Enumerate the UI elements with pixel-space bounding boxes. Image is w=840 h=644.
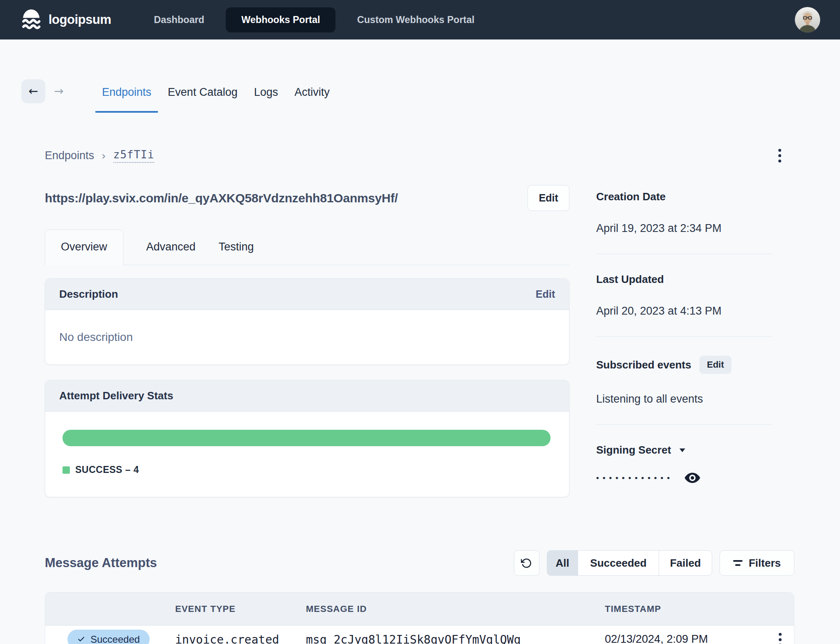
last-updated-section: Last Updated April 20, 2023 at 4:13 PM xyxy=(596,273,772,317)
status-badge: Succeeded xyxy=(67,630,150,644)
description-card-header: Description Edit xyxy=(45,279,569,310)
filters-button[interactable]: Filters xyxy=(720,550,794,576)
segment-succeeded[interactable]: Succeeded xyxy=(578,550,659,576)
tab-testing[interactable]: Testing xyxy=(219,230,254,265)
signing-secret-header: Signing Secret xyxy=(596,444,772,456)
kebab-icon xyxy=(778,149,781,152)
creation-date-value: April 19, 2023 at 2:34 PM xyxy=(596,222,772,235)
subscribed-events-header: Subscribed events Edit xyxy=(596,356,772,374)
filter-icon xyxy=(733,560,743,566)
refresh-icon xyxy=(521,558,532,569)
back-arrow-icon: ← xyxy=(28,84,38,98)
delivery-stats-body: SUCCESS – 4 xyxy=(45,412,569,497)
signing-secret-label: Signing Secret xyxy=(596,444,671,456)
description-title: Description xyxy=(59,288,118,301)
tab-activity[interactable]: Activity xyxy=(288,79,336,113)
sidebar-divider xyxy=(596,336,772,337)
row-options-button[interactable] xyxy=(777,631,783,644)
logo-text: logoipsum xyxy=(49,12,111,27)
endpoint-sidebar: Creation Date April 19, 2023 at 2:34 PM … xyxy=(596,190,772,484)
success-legend-swatch xyxy=(62,466,70,474)
tab-event-catalog[interactable]: Event Catalog xyxy=(161,79,244,113)
message-attempts-header: Message Attempts All Succeeded Failed Fi… xyxy=(45,550,794,576)
avatar[interactable] xyxy=(795,7,820,32)
detail-tabs: Overview Advanced Testing xyxy=(45,231,569,265)
message-attempts-title: Message Attempts xyxy=(45,556,157,570)
table-row[interactable]: Succeeded invoice.created msg_2cJyg8l12I… xyxy=(45,625,794,644)
sidebar-divider xyxy=(596,424,772,425)
message-attempts-controls: All Succeeded Failed Filters xyxy=(514,550,794,576)
delivery-stats-title: Attempt Delivery Stats xyxy=(59,389,173,402)
endpoint-options-button[interactable] xyxy=(777,147,783,164)
tab-logs[interactable]: Logs xyxy=(248,79,285,113)
subscribed-events-value: Listening to all events xyxy=(596,393,772,405)
subscribed-events-label: Subscribed events xyxy=(596,359,691,371)
portal-toolbar: ← → Endpoints Event Catalog Logs Activit… xyxy=(21,79,336,113)
brand[interactable]: logoipsum xyxy=(20,8,111,31)
nav-item-custom-webhooks-portal[interactable]: Custom Webhooks Portal xyxy=(357,14,474,25)
status-badge-label: Succeeded xyxy=(90,634,140,644)
check-icon xyxy=(77,635,85,643)
filters-label: Filters xyxy=(749,557,781,570)
description-body: No description xyxy=(45,310,569,364)
sidebar-divider xyxy=(596,254,772,254)
creation-date-section: Creation Date April 19, 2023 at 2:34 PM xyxy=(596,190,772,235)
endpoint-url-row: https://play.svix.com/in/e_qyAXKQ58rVdzn… xyxy=(45,185,569,211)
stats-legend: SUCCESS – 4 xyxy=(62,464,551,475)
attempts-table: EVENT TYPE MESSAGE ID TIMESTAMP Succeede… xyxy=(45,592,794,644)
last-updated-label: Last Updated xyxy=(596,273,772,286)
forward-button[interactable]: → xyxy=(47,79,71,103)
portal-tabs: Endpoints Event Catalog Logs Activity xyxy=(95,79,336,113)
success-bar xyxy=(62,430,551,446)
kebab-icon xyxy=(779,633,782,636)
breadcrumb-parent[interactable]: Endpoints xyxy=(45,149,94,162)
attempts-table-header: EVENT TYPE MESSAGE ID TIMESTAMP xyxy=(45,593,794,625)
col-timestamp: TIMESTAMP xyxy=(605,604,763,614)
success-legend-label: SUCCESS – 4 xyxy=(75,464,139,475)
caret-down-icon xyxy=(679,448,685,452)
signing-secret-masked: •••••••••••• xyxy=(596,473,673,482)
segment-failed[interactable]: Failed xyxy=(659,550,712,576)
signing-secret-section: Signing Secret •••••••••••• xyxy=(596,444,772,484)
segment-all[interactable]: All xyxy=(547,550,578,576)
back-button[interactable]: ← xyxy=(21,79,45,103)
eye-icon xyxy=(684,472,701,484)
nav-item-dashboard[interactable]: Dashboard xyxy=(154,14,204,25)
breadcrumb-row: Endpoints › z5fTIi xyxy=(45,147,794,164)
attempt-filter-segments: All Succeeded Failed xyxy=(547,550,712,576)
delivery-stats-card: Attempt Delivery Stats SUCCESS – 4 xyxy=(45,380,569,497)
col-message-id: MESSAGE ID xyxy=(306,604,605,614)
navbar: logoipsum Dashboard Webhooks Portal Cust… xyxy=(0,0,840,39)
subscribed-events-edit-button[interactable]: Edit xyxy=(699,356,731,374)
delivery-stats-header: Attempt Delivery Stats xyxy=(45,380,569,412)
main-nav: Dashboard Webhooks Portal Custom Webhook… xyxy=(154,7,474,32)
last-updated-value: April 20, 2023 at 4:13 PM xyxy=(596,305,772,317)
reveal-secret-button[interactable] xyxy=(684,472,701,484)
main-column: Overview Advanced Testing Description Ed… xyxy=(45,231,569,497)
message-id-cell: msg_2cJyg8l12IiSk8gvOFfYmVglQWg xyxy=(306,630,605,644)
logo-icon xyxy=(20,8,43,31)
chevron-right-icon: › xyxy=(102,150,106,162)
nav-item-webhooks-portal[interactable]: Webhooks Portal xyxy=(226,7,336,32)
subscribed-events-section: Subscribed events Edit Listening to all … xyxy=(596,356,772,405)
event-type-cell: invoice.created xyxy=(175,630,306,644)
breadcrumb-current[interactable]: z5fTIi xyxy=(113,148,155,163)
endpoint-url: https://play.svix.com/in/e_qyAXKQ58rVdzn… xyxy=(45,191,398,205)
col-event-type: EVENT TYPE xyxy=(175,604,306,614)
tab-endpoints[interactable]: Endpoints xyxy=(95,79,158,113)
forward-arrow-icon: → xyxy=(54,84,63,98)
status-cell: Succeeded xyxy=(45,630,175,644)
timestamp-cell: 02/13/2024, 2:09 PM xyxy=(605,630,763,644)
edit-url-button[interactable]: Edit xyxy=(528,185,569,211)
signing-secret-row: •••••••••••• xyxy=(596,472,772,484)
creation-date-label: Creation Date xyxy=(596,190,772,203)
tab-advanced[interactable]: Advanced xyxy=(146,230,196,265)
message-attempts-section: Message Attempts All Succeeded Failed Fi… xyxy=(45,550,794,644)
description-edit-link[interactable]: Edit xyxy=(536,288,555,300)
refresh-button[interactable] xyxy=(514,550,539,576)
signing-secret-expand-button[interactable] xyxy=(679,448,685,452)
tab-overview[interactable]: Overview xyxy=(45,229,123,265)
description-card: Description Edit No description xyxy=(45,278,569,365)
breadcrumb: Endpoints › z5fTIi xyxy=(45,148,154,163)
